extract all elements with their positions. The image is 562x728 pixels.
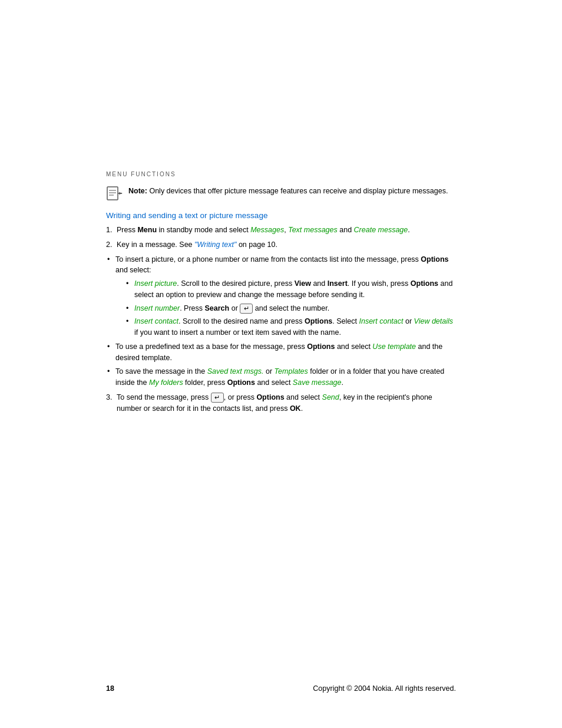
search-bold: Search bbox=[205, 304, 230, 312]
step-3: To send the message, press ↵, or press O… bbox=[106, 392, 456, 414]
step-2: Key in a message. See "Writing text" on … bbox=[106, 239, 456, 251]
save-message-link: Save message bbox=[293, 378, 342, 387]
options-bold-1: Options bbox=[421, 255, 448, 263]
insert-number-link: Insert number bbox=[134, 304, 180, 312]
menu-functions-label: Menu functions bbox=[106, 171, 456, 177]
page-number: 18 bbox=[106, 684, 114, 693]
footer: 18 Copyright © 2004 Nokia. All rights re… bbox=[0, 684, 562, 693]
my-folders-link: My folders bbox=[149, 378, 183, 387]
insert-contact-link2: Insert contact bbox=[359, 317, 403, 325]
ok-bold: OK bbox=[290, 404, 301, 413]
scroll-key-2: ↵ bbox=[211, 393, 224, 403]
bullet-save-message: To save the message in the Saved text ms… bbox=[106, 366, 456, 388]
view-details-link: View details bbox=[414, 317, 453, 325]
writing-text-link: "Writing text" bbox=[194, 241, 236, 249]
bullet-use-template: To use a predefined text as a base for t… bbox=[106, 341, 456, 364]
use-template-link: Use template bbox=[372, 342, 416, 351]
bullet-insert: To insert a picture, or a phone number o… bbox=[106, 254, 456, 338]
scroll-key-1: ↵ bbox=[240, 304, 253, 314]
note-body: Only devices that offer picture message … bbox=[147, 187, 448, 195]
insert-contact-link: Insert contact bbox=[134, 317, 178, 325]
section-heading: Writing and sending a text or picture me… bbox=[106, 211, 456, 220]
menu-bold: Menu bbox=[137, 226, 157, 234]
note-bold: Note: bbox=[128, 187, 147, 195]
templates-link: Templates bbox=[275, 367, 308, 375]
svg-rect-0 bbox=[107, 187, 118, 200]
create-message-link: Create message bbox=[354, 226, 408, 234]
insert-picture-link: Insert picture bbox=[134, 279, 177, 288]
view-bold: View bbox=[295, 279, 311, 288]
note-box: Note: Only devices that offer picture me… bbox=[106, 186, 456, 200]
bullet-list: To insert a picture, or a phone number o… bbox=[106, 254, 456, 388]
numbered-list-2: To send the message, press ↵, or press O… bbox=[106, 392, 456, 414]
insert-bold: Insert bbox=[328, 279, 348, 288]
content-area: Menu functions Note: Only devices that o… bbox=[0, 0, 562, 465]
sub-bullet-insert-number: Insert number. Press Search or ↵ and sel… bbox=[125, 303, 456, 314]
text-messages-link: Text messages bbox=[288, 226, 338, 234]
options-bold-2: Options bbox=[411, 279, 438, 288]
options-bold-4: Options bbox=[307, 342, 335, 351]
numbered-list: Press Menu in standby mode and select Me… bbox=[106, 225, 456, 251]
options-bold-5: Options bbox=[227, 378, 255, 387]
messages-link: Messages bbox=[250, 226, 284, 234]
footer-copyright: Copyright © 2004 Nokia. All rights reser… bbox=[313, 684, 456, 693]
sub-bullet-list: Insert picture. Scroll to the desired pi… bbox=[125, 278, 456, 338]
send-link: Send bbox=[322, 393, 339, 401]
saved-text-msgs-link: Saved text msgs. bbox=[207, 367, 264, 375]
note-icon bbox=[106, 186, 123, 200]
sub-bullet-insert-contact: Insert contact. Scroll to the desired na… bbox=[125, 316, 456, 338]
sub-bullet-insert-picture: Insert picture. Scroll to the desired pi… bbox=[125, 278, 456, 301]
options-bold-3: Options bbox=[305, 317, 332, 325]
page: Menu functions Note: Only devices that o… bbox=[0, 0, 562, 728]
options-bold-6: Options bbox=[256, 393, 284, 401]
step-1: Press Menu in standby mode and select Me… bbox=[106, 225, 456, 236]
note-text: Note: Only devices that offer picture me… bbox=[128, 186, 448, 197]
